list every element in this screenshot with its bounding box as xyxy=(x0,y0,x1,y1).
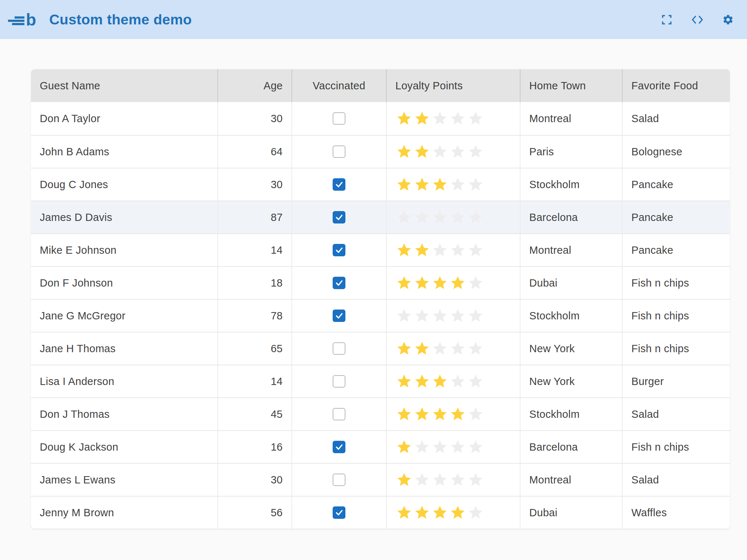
home-town-cell: Montreal xyxy=(520,102,622,135)
age-cell: 30 xyxy=(217,464,291,496)
column-header-age: Age xyxy=(217,69,291,102)
home-town-cell: Barcelona xyxy=(520,201,622,233)
star-empty-icon xyxy=(449,209,466,225)
age-cell: 14 xyxy=(217,234,291,266)
column-header-guest-name: Guest Name xyxy=(31,69,217,102)
table-row[interactable]: James L Ewans30MontrealSalad xyxy=(31,463,730,496)
home-town-cell: Stockholm xyxy=(520,398,622,430)
favorite-food-cell: Burger xyxy=(622,365,730,397)
star-empty-icon xyxy=(467,439,484,455)
app-logo: b xyxy=(8,11,36,28)
favorite-food-cell: Fish n chips xyxy=(622,267,730,299)
table-row[interactable]: Don F Johnson18DubaiFish n chips xyxy=(31,266,730,299)
star-filled-icon xyxy=(414,176,430,192)
code-button[interactable] xyxy=(692,14,703,26)
column-header-loyalty-points: Loyalty Points xyxy=(386,69,520,102)
star-filled-icon xyxy=(414,406,430,422)
star-filled-icon xyxy=(431,505,448,521)
star-empty-icon xyxy=(467,110,484,127)
star-empty-icon xyxy=(467,472,484,488)
guest-name-cell: Don J Thomas xyxy=(31,398,217,430)
checkbox-checked[interactable] xyxy=(333,277,345,289)
checkbox-unchecked[interactable] xyxy=(333,375,345,388)
vaccinated-cell xyxy=(291,398,386,430)
guest-name-cell: Jane G McGregor xyxy=(31,300,217,332)
vaccinated-cell xyxy=(291,136,386,168)
star-empty-icon xyxy=(449,176,466,192)
table-row[interactable]: John B Adams64ParisBolognese xyxy=(31,135,730,168)
star-filled-icon xyxy=(449,505,466,521)
guest-name-cell: James D Davis xyxy=(31,201,217,233)
home-town-cell: Dubai xyxy=(520,267,622,299)
settings-gear-icon xyxy=(722,14,734,26)
vaccinated-cell xyxy=(291,267,386,299)
star-empty-icon xyxy=(431,341,448,357)
check-icon xyxy=(335,279,344,287)
star-empty-icon xyxy=(449,373,466,389)
table-row[interactable]: Jane H Thomas65New YorkFish n chips xyxy=(31,332,730,365)
age-cell: 45 xyxy=(217,398,291,430)
star-filled-icon xyxy=(414,242,430,258)
star-empty-icon xyxy=(467,406,484,422)
code-icon xyxy=(692,15,703,25)
table-row[interactable]: Mike E Johnson14MontrealPancake xyxy=(31,233,730,266)
fullscreen-button[interactable] xyxy=(661,14,673,26)
settings-button[interactable] xyxy=(722,14,734,26)
star-empty-icon xyxy=(449,144,466,160)
checkbox-checked[interactable] xyxy=(333,244,345,256)
checkbox-checked[interactable] xyxy=(333,506,345,519)
checkbox-unchecked[interactable] xyxy=(333,474,345,486)
table-row[interactable]: Lisa I Anderson14New YorkBurger xyxy=(31,365,730,397)
star-empty-icon xyxy=(431,308,448,324)
vaccinated-cell xyxy=(291,464,386,496)
star-empty-icon xyxy=(467,341,484,357)
table-row[interactable]: Jenny M Brown56DubaiWaffles xyxy=(31,496,730,529)
table-row[interactable]: James D Davis87BarcelonaPancake xyxy=(31,201,730,233)
home-town-cell: Barcelona xyxy=(520,431,622,463)
favorite-food-cell: Fish n chips xyxy=(622,431,730,463)
guest-name-cell: James L Ewans xyxy=(31,464,217,496)
star-empty-icon xyxy=(431,110,448,127)
star-empty-icon xyxy=(449,308,466,324)
home-town-cell: Montreal xyxy=(520,464,622,496)
loyalty-points-cell xyxy=(386,136,520,168)
table-row[interactable]: Doug K Jackson16BarcelonaFish n chips xyxy=(31,430,730,463)
table-row[interactable]: Doug C Jones30StockholmPancake xyxy=(31,168,730,201)
checkbox-checked[interactable] xyxy=(333,441,345,453)
age-cell: 16 xyxy=(217,431,291,463)
checkbox-checked[interactable] xyxy=(333,310,345,322)
vaccinated-cell xyxy=(291,102,386,135)
check-icon xyxy=(335,180,344,189)
table-row[interactable]: Don J Thomas45StockholmSalad xyxy=(31,397,730,430)
checkbox-unchecked[interactable] xyxy=(333,408,345,420)
star-empty-icon xyxy=(449,439,466,455)
star-empty-icon xyxy=(467,373,484,389)
table-row[interactable]: Jane G McGregor78StockholmFish n chips xyxy=(31,299,730,332)
age-cell: 87 xyxy=(217,201,291,233)
home-town-cell: Paris xyxy=(520,136,622,168)
vaccinated-cell xyxy=(291,201,386,233)
star-filled-icon xyxy=(414,341,430,357)
column-header-favorite-food: Favorite Food xyxy=(622,69,730,102)
loyalty-points-cell xyxy=(386,431,520,463)
star-empty-icon xyxy=(414,308,430,324)
checkbox-unchecked[interactable] xyxy=(333,112,345,125)
star-filled-icon xyxy=(414,275,430,291)
guest-name-cell: Lisa I Anderson xyxy=(31,365,217,397)
age-cell: 78 xyxy=(217,300,291,332)
star-filled-icon xyxy=(396,472,413,488)
table-row[interactable]: Don A Taylor30MontrealSalad xyxy=(31,102,730,135)
star-filled-icon xyxy=(431,176,448,192)
checkbox-checked[interactable] xyxy=(333,211,345,223)
checkbox-checked[interactable] xyxy=(333,178,345,191)
guest-name-cell: Don F Johnson xyxy=(31,267,217,299)
checkbox-unchecked[interactable] xyxy=(333,342,345,355)
guest-name-cell: Jenny M Brown xyxy=(31,497,217,529)
guest-name-cell: Doug K Jackson xyxy=(31,431,217,463)
page-title: Custom theme demo xyxy=(49,12,192,28)
star-empty-icon xyxy=(431,209,448,225)
star-filled-icon xyxy=(396,439,413,455)
checkbox-unchecked[interactable] xyxy=(333,145,345,158)
app-header: b Custom theme demo xyxy=(0,0,747,39)
star-empty-icon xyxy=(467,505,484,521)
